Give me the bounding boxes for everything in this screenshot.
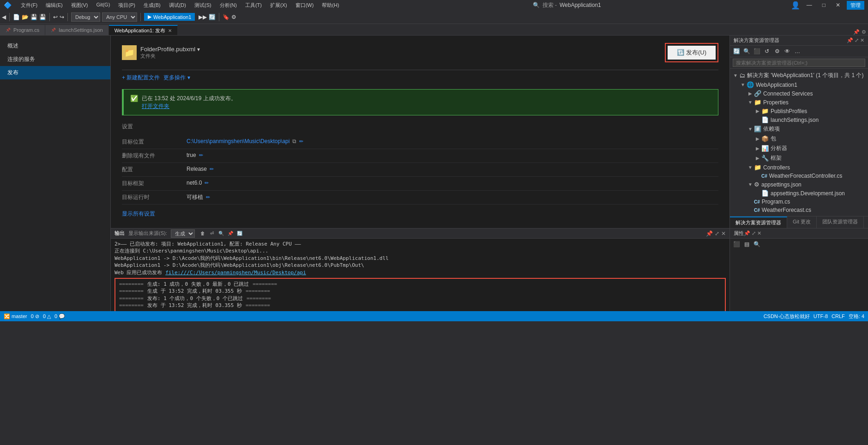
menu-test[interactable]: 测试(S) [191,1,215,10]
edit-config-icon[interactable]: ✏ [210,166,214,172]
menu-build[interactable]: 生成(B) [140,1,164,10]
more-actions-link[interactable]: 更多操作 ▾ [163,74,190,82]
se-toolbar-collapse-icon[interactable]: ⬛ [752,47,761,56]
output-source-select[interactable]: 生成 [171,229,195,238]
props-categorize-icon[interactable]: ▤ [742,240,751,249]
tree-properties[interactable]: ▼ 📁 Properties [730,98,868,107]
menu-tools[interactable]: 工具(T) [241,1,265,10]
tree-dependencies[interactable]: ▼ #️⃣ 依赖项 [730,124,868,134]
edit-target-location-icon[interactable]: ✏ [299,138,303,144]
se-tab-team-explorer[interactable]: 团队资源管理器 [817,216,864,228]
minimize-btn[interactable]: — [803,2,816,8]
se-close-icon[interactable]: ✕ [860,37,864,43]
se-toolbar-preview-icon[interactable]: 👁 [783,47,792,56]
tree-solution[interactable]: ▼ 🗂 解决方案 'WebApplication1' (1 个项目，共 1 个) [730,71,868,80]
new-file-icon[interactable]: 📄 [13,14,20,20]
se-search-input[interactable] [733,59,865,67]
output-web-link[interactable]: file:///C:/Users/panmingshen/Music/Deskt… [165,270,306,276]
edit-target-framework-icon[interactable]: ✏ [205,180,209,186]
tree-analyzers[interactable]: ▶ 📊 分析器 [730,144,868,153]
tree-publish-profiles[interactable]: ▶ 📁 PublishProfiles [730,107,868,115]
tree-appsettings-dev[interactable]: 📄 appsettings.Development.json [730,189,868,198]
bookmark-icon[interactable]: 🔖 [223,14,229,20]
props-sort-icon[interactable]: ⬛ [732,240,741,249]
pin-output-icon[interactable]: 📌 [226,229,235,238]
menu-git[interactable]: Git(G) [92,1,114,10]
edit-target-runtime-icon[interactable]: ✏ [206,194,210,200]
tree-connected-services[interactable]: ▶ 🔗 Connected Services [730,89,868,98]
tab-publish[interactable]: WebApplication1: 发布 ✕ [109,25,178,35]
se-toolbar-props-icon[interactable]: ⚙ [772,47,782,56]
word-wrap-icon[interactable]: ⏎ [208,229,216,238]
close-btn[interactable]: ✕ [832,2,844,8]
menu-bar[interactable]: 文件(F) 编辑(E) 视图(V) Git(G) 项目(P) 生成(B) 调试(… [17,1,343,10]
se-tab-solution-explorer[interactable]: 解决方案资源管理器 [730,216,787,228]
debug-mode-select[interactable]: Debug [71,12,100,22]
se-tab-git-changes[interactable]: Git 更改 [787,216,817,228]
find-icon[interactable]: 🔍 [217,229,225,238]
tree-weatherforecast-cs[interactable]: C# WeatherForecast.cs [730,206,868,214]
sidebar-item-connected-services[interactable]: 连接的服务 [0,53,110,66]
tab-launchsettings[interactable]: 📌 launchSettings.json [45,25,108,35]
menu-edit[interactable]: 编辑(E) [42,1,66,10]
props-expand-icon[interactable]: ⤢ [752,230,756,236]
redo-icon[interactable]: ↪ [60,14,64,20]
menu-window[interactable]: 窗口(W) [292,1,318,10]
props-search-icon[interactable]: 🔍 [752,240,761,249]
platform-select[interactable]: Any CPU [102,12,137,22]
se-toolbar-filter-icon[interactable]: 🔍 [742,47,751,56]
maximize-btn[interactable]: □ [819,2,829,8]
sidebar-item-overview[interactable]: 概述 [0,39,110,53]
se-toolbar-sync-icon[interactable]: 🔄 [732,47,741,56]
menu-help[interactable]: 帮助(H) [318,1,343,10]
undo-icon[interactable]: ↩ [53,14,58,20]
se-toolbar-more-icon[interactable]: … [793,47,802,56]
tree-webapp1[interactable]: ▼ 🌐 WebApplication1 [730,80,868,89]
user-avatar-icon[interactable]: 👤 [791,1,800,10]
save-icon[interactable]: 💾 [30,14,37,20]
tree-program-cs[interactable]: C# Program.cs [730,198,868,206]
attach-icon[interactable]: ▶▶ [199,14,207,20]
publish-button[interactable]: 🔃 发布(U) [668,46,716,60]
menu-file[interactable]: 文件(F) [17,1,41,10]
menu-extensions[interactable]: 扩展(X) [266,1,291,10]
clear-output-icon[interactable]: 🗑 [199,229,207,238]
se-pin-icon[interactable]: 📌 [847,37,853,43]
open-icon[interactable]: 📂 [22,14,29,20]
se-toolbar-refresh-icon[interactable]: ↺ [762,47,772,56]
tab-program-cs[interactable]: 📌 Program.cs [0,25,45,35]
sidebar-item-publish[interactable]: 发布 [0,66,110,79]
output-pin-icon[interactable]: 📌 [706,230,713,237]
output-close-icon[interactable]: ✕ [721,230,726,237]
profile-dropdown-icon[interactable]: ▾ [197,46,200,53]
tree-controllers[interactable]: ▼ 📁 Controllers [730,163,868,172]
tree-launchsettings[interactable]: 📄 launchSettings.json [730,115,868,124]
back-icon[interactable]: ◀ [2,14,6,20]
menu-analyze[interactable]: 分析(N) [216,1,241,10]
tree-frameworks[interactable]: ▶ 🔧 框架 [730,153,868,163]
tab-pin-right-icon[interactable]: 📌 [853,29,860,35]
warning-count[interactable]: 0 △ [43,313,51,319]
target-location-value[interactable]: C:\Users\panmingshen\Music\Desktop\api [187,138,289,144]
git-branch-icon[interactable]: 🔀 master [4,313,27,319]
props-pin-icon[interactable]: 📌 [744,230,750,236]
tree-appsettings[interactable]: ▼ ⚙ appsettings.json [730,180,868,189]
tab-close-icon[interactable]: ✕ [168,28,172,33]
copy-icon[interactable]: ⧉ [292,138,296,144]
manage-btn[interactable]: 管理 [847,1,864,10]
props-close-icon[interactable]: ✕ [757,230,761,236]
menu-project[interactable]: 项目(P) [115,1,139,10]
menu-view[interactable]: 视图(V) [67,1,92,10]
tree-weatherforecast-controller[interactable]: C# WeatherForecastController.cs [730,172,868,180]
tree-packages[interactable]: ▶ 📦 包 [730,134,868,144]
save-all-icon[interactable]: 💾 [39,14,46,20]
tab-settings-icon[interactable]: ⚙ [862,29,866,35]
open-folder-link[interactable]: 打开文件夹 [142,103,169,109]
restart-icon[interactable]: 🔄 [209,14,216,20]
edit-delete-existing-icon[interactable]: ✏ [199,152,203,158]
menu-debug[interactable]: 调试(D) [165,1,190,10]
refresh-icon[interactable]: 🔄 [235,229,244,238]
new-config-link[interactable]: + 新建配置文件 [122,74,160,82]
se-expand-icon[interactable]: ⤢ [855,37,859,43]
run-button[interactable]: ▶ WebApplication1 [144,13,195,21]
